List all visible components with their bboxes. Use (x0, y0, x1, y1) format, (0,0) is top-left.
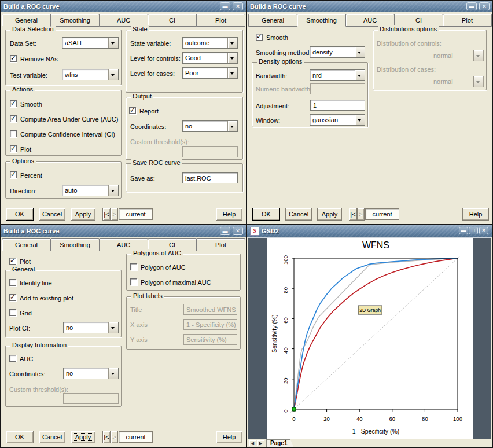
page-next-icon[interactable]: ▶ (257, 440, 264, 446)
grid-checkbox[interactable] (9, 309, 16, 316)
data-set-combo[interactable]: aSAH (62, 37, 119, 49)
next-button[interactable]: > (111, 431, 118, 443)
help-button[interactable]: Help (216, 208, 242, 221)
cancel-button[interactable]: Cancel (285, 208, 312, 221)
minimize-icon[interactable]: ▬ (466, 2, 477, 10)
tab-plot[interactable]: Plot (196, 238, 245, 251)
next-button[interactable]: > (357, 208, 365, 221)
dropdown-arrow-icon[interactable] (227, 68, 237, 78)
apply-button[interactable]: Apply (317, 208, 342, 221)
level-cases-combo[interactable]: Poor (182, 67, 238, 79)
tab-smoothing[interactable]: Smoothing (297, 14, 346, 27)
identity-line-checkbox[interactable] (9, 279, 16, 286)
compute-auc-checkbox[interactable] (10, 115, 17, 122)
minimize-icon[interactable]: ▬ (220, 227, 230, 235)
report-checkbox[interactable] (129, 107, 136, 114)
compute-ci-checkbox[interactable] (10, 130, 17, 137)
tab-plot[interactable]: Plot (196, 14, 245, 27)
first-button[interactable]: |< (102, 431, 111, 443)
svg-text:2D Graph: 2D Graph (359, 307, 381, 313)
tab-general[interactable]: General (2, 14, 51, 27)
dropdown-arrow-icon[interactable] (355, 70, 365, 80)
minimize-icon[interactable]: ▬ (459, 227, 468, 234)
titlebar[interactable]: Build a ROC curve ▬ ✕ (1, 1, 246, 12)
smooth-checkbox[interactable] (256, 34, 263, 41)
distribution-controls-combo: normal (431, 50, 484, 61)
ok-button[interactable]: OK (252, 208, 280, 221)
tab-plot[interactable]: Plot (443, 14, 492, 27)
bandwidth-combo[interactable]: nrd (310, 69, 365, 81)
current-field[interactable]: current (119, 431, 153, 443)
dropdown-arrow-icon[interactable] (108, 322, 118, 333)
close-icon[interactable]: ✕ (479, 2, 490, 10)
svg-text:80: 80 (422, 416, 428, 422)
roc-plot[interactable]: WFNS0204060801000204060801001 - Specific… (267, 238, 473, 440)
adjustment-field[interactable]: 1 (310, 100, 365, 111)
dropdown-arrow-icon[interactable] (108, 368, 118, 379)
polygon-max-auc-checkbox[interactable] (130, 278, 137, 285)
help-button[interactable]: Help (216, 431, 242, 443)
next-button[interactable]: > (111, 208, 118, 221)
help-button[interactable]: Help (462, 208, 489, 221)
dropdown-arrow-icon[interactable] (227, 121, 237, 131)
ok-button[interactable]: OK (6, 208, 34, 221)
polygon-auc-label: Polygon of AUC (141, 264, 186, 271)
dropdown-arrow-icon[interactable] (355, 115, 365, 125)
tab-ci[interactable]: CI (148, 14, 197, 27)
dropdown-arrow-icon[interactable] (108, 38, 118, 48)
apply-button[interactable]: Apply (71, 431, 95, 443)
state-variable-combo[interactable]: outcome (182, 37, 238, 49)
plot-checkbox[interactable] (10, 145, 17, 152)
test-variable-combo[interactable]: wfns (62, 69, 119, 80)
titlebar[interactable]: S GSD2 ▬ □ ✕ (247, 225, 492, 237)
minimize-icon[interactable]: ▬ (220, 2, 230, 10)
first-button[interactable]: |< (349, 208, 357, 221)
level-controls-combo[interactable]: Good (182, 52, 238, 64)
tab-smoothing[interactable]: Smoothing (50, 238, 100, 251)
dropdown-arrow-icon[interactable] (108, 185, 118, 196)
add-existing-checkbox[interactable] (9, 294, 16, 301)
window-combo[interactable]: gaussian (310, 114, 365, 126)
apply-button[interactable]: Apply (71, 208, 95, 221)
desktop: { "common": { "window_title": "Build a R… (0, 0, 493, 448)
cancel-button[interactable]: Cancel (39, 208, 65, 221)
auc-display-checkbox[interactable] (9, 355, 16, 362)
save-as-field[interactable]: last.ROC (182, 172, 238, 183)
cancel-button[interactable]: Cancel (39, 431, 65, 443)
remove-nas-checkbox[interactable] (10, 55, 17, 62)
percent-checkbox[interactable] (10, 171, 17, 178)
current-field[interactable]: current (119, 208, 153, 220)
close-icon[interactable]: ✕ (479, 227, 488, 234)
page-tab[interactable]: Page1 (266, 439, 293, 447)
titlebar[interactable]: Build a ROC curve ▬ ✕ (247, 1, 492, 12)
polygon-auc-checkbox[interactable] (130, 263, 137, 270)
tab-auc[interactable]: AUC (99, 14, 148, 27)
smoothing-method-combo[interactable]: density (310, 46, 365, 58)
tab-auc[interactable]: AUC (345, 14, 395, 27)
direction-combo[interactable]: auto (62, 185, 119, 196)
plot-checkbox[interactable] (9, 258, 16, 265)
group-legend: State (131, 25, 149, 32)
ok-button[interactable]: OK (6, 431, 34, 443)
tab-ci[interactable]: CI (394, 14, 443, 27)
page-prev-icon[interactable]: ◀ (249, 440, 256, 446)
plot-ci-combo[interactable]: no (63, 322, 119, 333)
tab-general[interactable]: General (248, 14, 297, 27)
dropdown-arrow-icon[interactable] (108, 69, 118, 80)
titlebar[interactable]: Build a ROC curve ▬ ✕ (1, 225, 246, 237)
current-field[interactable]: current (365, 208, 399, 220)
smooth-checkbox[interactable] (10, 100, 17, 107)
close-icon[interactable]: ✕ (233, 227, 243, 235)
tab-general[interactable]: General (2, 238, 51, 251)
dropdown-arrow-icon[interactable] (355, 47, 365, 57)
graph-page[interactable]: WFNS0204060801000204060801001 - Specific… (267, 238, 473, 440)
add-existing-label: Add to existing plot (20, 295, 73, 302)
dropdown-arrow-icon[interactable] (227, 53, 237, 63)
maximize-icon[interactable]: □ (469, 227, 478, 234)
coordinates-combo[interactable]: no (182, 120, 238, 132)
dropdown-arrow-icon[interactable] (227, 38, 237, 48)
close-icon[interactable]: ✕ (233, 2, 243, 10)
first-button[interactable]: |< (102, 208, 111, 221)
coordinates-combo[interactable]: no (63, 368, 119, 379)
tab-smoothing[interactable]: Smoothing (50, 14, 100, 27)
